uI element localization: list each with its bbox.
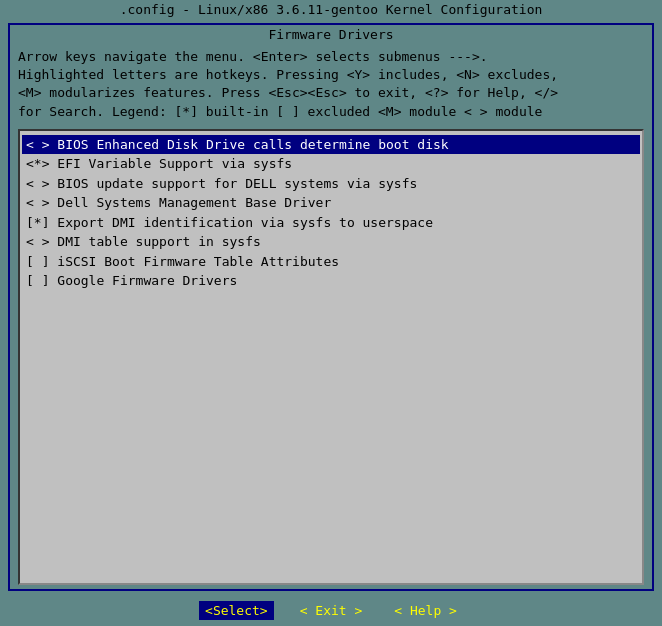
main-panel: Firmware Drivers Arrow keys navigate the… xyxy=(8,23,654,591)
help-line-2: Highlighted letters are hotkeys. Pressin… xyxy=(18,66,644,84)
help-line-3: <M> modularizes features. Press <Esc><Es… xyxy=(18,84,644,102)
list-item[interactable]: < > DMI table support in sysfs xyxy=(22,232,640,252)
bottom-bar: <Select> < Exit > < Help > xyxy=(0,595,662,626)
list-item[interactable]: [ ] iSCSI Boot Firmware Table Attributes xyxy=(22,252,640,272)
help-text: Arrow keys navigate the menu. <Enter> se… xyxy=(10,44,652,125)
panel-title: Firmware Drivers xyxy=(10,25,652,44)
list-item[interactable]: < > BIOS update support for DELL systems… xyxy=(22,174,640,194)
list-item[interactable]: [*] Export DMI identification via sysfs … xyxy=(22,213,640,233)
list-item[interactable]: < > BIOS Enhanced Disk Drive calls deter… xyxy=(22,135,640,155)
select-button[interactable]: <Select> xyxy=(199,601,274,620)
title-bar: .config - Linux/x86 3.6.11-gentoo Kernel… xyxy=(0,0,662,19)
list-item[interactable]: [ ] Google Firmware Drivers xyxy=(22,271,640,291)
window-title: .config - Linux/x86 3.6.11-gentoo Kernel… xyxy=(120,2,543,17)
help-line-4: for Search. Legend: [*] built-in [ ] exc… xyxy=(18,103,644,121)
window: .config - Linux/x86 3.6.11-gentoo Kernel… xyxy=(0,0,662,626)
help-button[interactable]: < Help > xyxy=(388,601,463,620)
list-area: < > BIOS Enhanced Disk Drive calls deter… xyxy=(18,129,644,585)
list-item[interactable]: < > Dell Systems Management Base Driver xyxy=(22,193,640,213)
exit-button[interactable]: < Exit > xyxy=(294,601,369,620)
help-line-1: Arrow keys navigate the menu. <Enter> se… xyxy=(18,48,644,66)
list-item[interactable]: <*> EFI Variable Support via sysfs xyxy=(22,154,640,174)
